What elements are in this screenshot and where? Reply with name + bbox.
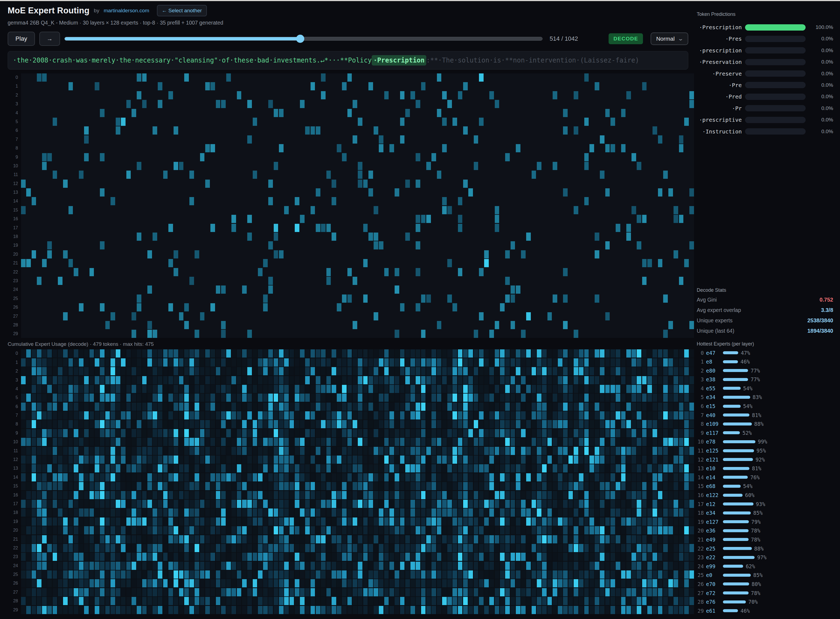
heatmap-cell [411, 321, 415, 329]
heatmap-cell [300, 588, 305, 597]
heatmap-cell [31, 544, 36, 552]
heatmap-cell [84, 109, 89, 117]
heatmap-cell [642, 367, 647, 375]
heatmap-cell [247, 109, 252, 117]
heatmap-cell [47, 570, 52, 579]
heatmap-cell [663, 588, 668, 597]
heatmap-cell [126, 385, 131, 393]
heatmap-cell [679, 402, 684, 411]
heatmap-cell [311, 286, 315, 294]
heatmap-cell [589, 358, 594, 366]
heatmap-cell [332, 482, 336, 490]
heatmap-cell [595, 562, 599, 570]
heatmap-cell [479, 588, 484, 597]
heatmap-cell [416, 491, 420, 499]
heatmap-cell [653, 411, 657, 420]
heatmap-cell [584, 277, 589, 285]
heatmap-cell [253, 241, 257, 250]
heatmap-cell [126, 508, 131, 517]
heatmap-cell [500, 393, 505, 402]
select-another-button[interactable]: ← Select another [157, 5, 207, 16]
heatmap-cell [53, 420, 57, 428]
heatmap-cell [379, 579, 383, 588]
heatmap-cell [358, 508, 362, 517]
heatmap-cell [521, 224, 526, 232]
heatmap-cell [474, 179, 478, 188]
heatmap-cell [495, 170, 499, 179]
heatmap-cell [253, 233, 257, 241]
heatmap-cell [426, 277, 431, 285]
heatmap-cell [400, 206, 405, 214]
heatmap-cell [116, 303, 120, 311]
heatmap-cell [63, 144, 68, 152]
heatmap-cell [263, 206, 268, 214]
heatmap-cell [421, 135, 426, 144]
heatmap-cell [47, 517, 52, 526]
heatmap-cell [626, 535, 631, 543]
heatmap-cell [126, 420, 131, 428]
heatmap-cell [47, 162, 52, 170]
heatmap-cell [579, 517, 583, 526]
heatmap-cell [432, 233, 436, 241]
heatmap-cell [147, 447, 152, 455]
slider-handle[interactable] [296, 35, 304, 43]
timeline-slider[interactable] [64, 31, 543, 46]
heatmap-cell [600, 224, 604, 232]
heatmap-cell [468, 597, 473, 605]
expert-percent: 46% [740, 359, 750, 365]
heatmap-cell [79, 197, 84, 205]
heatmap-cell [411, 358, 415, 366]
heatmap-cell [595, 109, 599, 117]
heatmap-cell [479, 491, 484, 499]
heatmap-cell [568, 286, 573, 294]
heatmap-cell [379, 312, 383, 320]
heatmap-cell [337, 109, 341, 117]
heatmap-cell [426, 126, 431, 135]
heatmap-cell [484, 429, 489, 437]
heatmap-cell [463, 197, 468, 205]
heatmap-cell [610, 162, 615, 170]
heatmap-cell [31, 535, 36, 543]
heatmap-cell [53, 179, 57, 188]
heatmap-cell [237, 402, 242, 411]
heatmap-cell [421, 535, 426, 543]
speed-select[interactable]: Normal ⌄ [650, 33, 688, 45]
heatmap-cell [216, 349, 221, 357]
heatmap-cell [194, 393, 199, 402]
heatmap-cell [168, 188, 173, 196]
step-forward-button[interactable]: → [39, 31, 60, 46]
heatmap-cell [147, 535, 152, 543]
heatmap-cell [74, 215, 78, 223]
expert-id: e10 [706, 465, 723, 471]
heatmap-cell [258, 91, 263, 99]
heatmap-cell [290, 82, 294, 90]
heatmap-cell [400, 526, 405, 534]
heatmap-cell [268, 321, 273, 329]
heatmap-cell [242, 553, 247, 561]
heatmap-cell [437, 349, 442, 357]
heatmap-cell [647, 241, 652, 250]
heatmap-cell [163, 153, 168, 161]
heatmap-cell [179, 385, 184, 393]
heatmap-cell [437, 526, 442, 534]
heatmap-cell [389, 482, 394, 490]
play-button[interactable]: Play [7, 31, 35, 46]
heatmap-cell [242, 367, 247, 375]
heatmap-cell [474, 579, 478, 588]
current-token-heatmap-grid [21, 73, 694, 338]
author-link[interactable]: martinalderson.com [104, 7, 149, 13]
prediction-row: ·Pred0.0% [697, 93, 833, 101]
heatmap-cell [647, 411, 652, 420]
heatmap-cell [332, 126, 336, 135]
heatmap-cell [600, 447, 604, 455]
heatmap-cell [247, 393, 252, 402]
heatmap-cell [147, 438, 152, 446]
heatmap-cell [100, 241, 105, 250]
heatmap-cell [468, 438, 473, 446]
heatmap-cell [237, 153, 242, 161]
heatmap-cell [516, 126, 520, 135]
heatmap-cell [416, 100, 420, 108]
heatmap-cell [184, 197, 189, 205]
heatmap-cell [163, 402, 168, 411]
heatmap-cell [84, 517, 89, 526]
